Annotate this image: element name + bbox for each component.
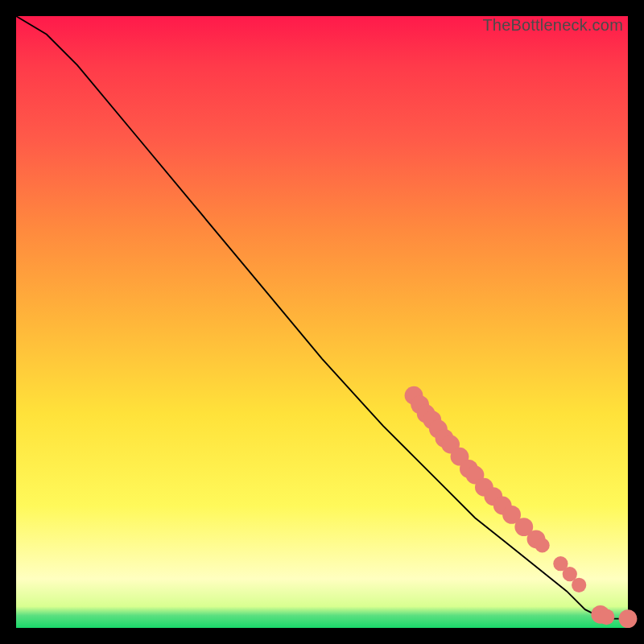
data-marker [619, 609, 638, 628]
chart-stage: TheBottleneck.com [0, 0, 644, 644]
data-marker [535, 538, 549, 552]
data-marker [572, 578, 586, 592]
chart-plot-area: TheBottleneck.com [16, 16, 628, 628]
bottleneck-curve [16, 16, 628, 619]
chart-svg [16, 16, 628, 628]
data-markers [405, 386, 638, 628]
data-marker [599, 609, 615, 625]
